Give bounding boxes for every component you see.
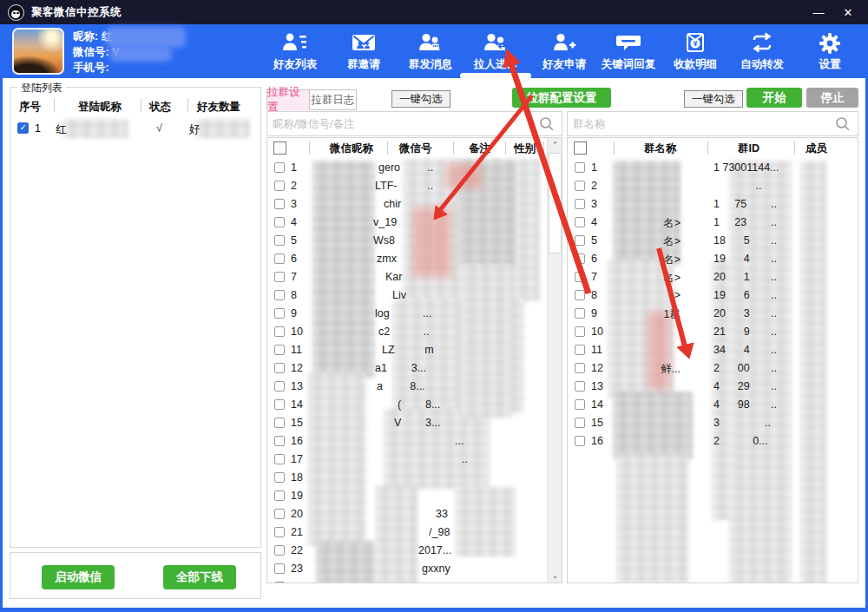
row-number: 13 (591, 380, 603, 392)
row-checkbox[interactable] (274, 436, 285, 446)
row-checkbox[interactable] (575, 253, 585, 264)
all-offline-button[interactable]: 全部下线 (163, 565, 236, 589)
stop-button[interactable]: 停止 (806, 88, 858, 108)
search-icon[interactable] (835, 116, 851, 132)
left-search-box (266, 111, 562, 136)
start-button[interactable]: 开始 (746, 88, 802, 108)
col-wechat-nickname: 微信昵称 (330, 141, 373, 156)
row-checkbox[interactable] (575, 326, 585, 337)
nav-friend-request[interactable]: 好友申请 (531, 29, 597, 76)
row-checkbox[interactable] (274, 199, 285, 209)
settings-gear-icon (797, 29, 863, 55)
row-checkbox[interactable] (274, 582, 285, 582)
row-checkbox[interactable] (274, 381, 285, 392)
row-checkbox[interactable] (575, 308, 585, 319)
row-checkbox[interactable] (575, 181, 585, 191)
right-search-box (567, 111, 858, 136)
row-number: 1 (591, 161, 597, 174)
row-checkbox[interactable] (274, 326, 285, 337)
row-checkbox[interactable] (274, 363, 285, 373)
select-all-right-button[interactable]: 一键勾选 (684, 90, 743, 108)
row-checkbox[interactable] (575, 162, 585, 173)
nav-pull-into-group[interactable]: 拉人进群 (463, 29, 529, 76)
row-checkbox[interactable] (274, 472, 285, 483)
row-checkbox[interactable] (575, 363, 585, 373)
select-all-groups-checkbox[interactable] (574, 141, 587, 155)
row-checkbox[interactable] (274, 345, 285, 355)
login-row-friend-count: 好 (189, 122, 201, 137)
row-number: 4 (591, 216, 597, 228)
login-list-legend: 登陆列表 (17, 81, 66, 95)
row-checkbox[interactable] (575, 381, 585, 392)
select-all-left-button[interactable]: 一键勾选 (391, 90, 450, 108)
row-checkbox[interactable] (274, 527, 285, 537)
row-checkbox[interactable] (274, 545, 285, 556)
row-wechat-id: log ... (372, 307, 431, 319)
col-header-no: 序号 (19, 100, 41, 115)
pull-into-group-icon (463, 29, 529, 55)
row-checkbox[interactable] (274, 308, 285, 319)
censor-blur-red (413, 207, 451, 277)
groups-table-header: 群名称 群ID 成员 (568, 138, 858, 159)
row-checkbox[interactable] (575, 436, 585, 446)
close-button[interactable]: ✕ (833, 0, 863, 24)
col-remark: 备注 (469, 141, 490, 156)
toolbar: 昵称: 红 微信号: V 手机号: 好友列表 (0, 24, 868, 78)
row-checkbox[interactable] (274, 235, 285, 246)
row-checkbox[interactable] (274, 181, 285, 191)
tab-pull-group-log[interactable]: 拉群日志 (310, 89, 357, 110)
row-group-id: 1 73001144... (713, 161, 779, 174)
scroll-up-icon[interactable]: ⌃ (548, 138, 562, 152)
row-number: 8 (291, 289, 297, 301)
pull-group-config-button[interactable]: 拉群配置设置 (512, 88, 611, 108)
row-checkbox[interactable] (575, 290, 585, 300)
group-invite-icon (331, 29, 397, 55)
friends-table-scrollbar[interactable]: ⌃ ⌄ (547, 138, 562, 582)
group-search-input[interactable] (573, 113, 817, 135)
nav-auto-forward[interactable]: 自动转发 (729, 29, 795, 76)
row-checkbox[interactable] (274, 290, 285, 300)
row-checkbox[interactable] (274, 399, 285, 410)
col-header-friend-count: 好友数量 (197, 100, 240, 115)
nav-keyword-reply[interactable]: 关键词回复 (595, 29, 661, 76)
row-group-id: 34 4 .. (713, 344, 777, 356)
row-checkbox[interactable] (274, 253, 285, 264)
nav-mass-message[interactable]: 群发消息 (398, 29, 464, 76)
app-window: 聚客微信中控系统 — ✕ 昵称: 红 微信号: V 手机号: 好友列表 (0, 0, 868, 612)
minimize-button[interactable]: — (804, 0, 833, 24)
login-actions-panel: 启动微信 全部下线 (10, 552, 261, 599)
user-avatar[interactable] (12, 28, 64, 75)
row-checkbox[interactable] (274, 490, 285, 501)
search-icon[interactable] (539, 116, 555, 132)
row-checkbox[interactable] (575, 399, 585, 410)
row-wechat-id: 2017... (372, 544, 451, 556)
tab-pull-group-settings[interactable]: 拉群设置 (266, 89, 310, 110)
row-checkbox[interactable] (274, 162, 285, 173)
col-header-nickname: 登陆昵称 (78, 100, 122, 115)
row-checkbox[interactable] (575, 345, 585, 355)
row-checkbox[interactable] (575, 418, 585, 428)
row-checkbox[interactable] (274, 272, 285, 282)
row-checkbox[interactable] (274, 454, 285, 464)
row-checkbox[interactable] (274, 418, 285, 428)
row-checkbox[interactable] (274, 217, 285, 227)
row-checkbox[interactable] (575, 199, 585, 209)
nav-group-invite[interactable]: 群邀请 (331, 29, 397, 76)
row-checkbox[interactable] (274, 563, 285, 574)
scrollbar-thumb[interactable] (549, 153, 562, 253)
row-wechat-id: Liv (372, 289, 406, 301)
friend-search-input[interactable] (273, 113, 520, 135)
nav-payment-detail[interactable]: ¥ 收款明细 (662, 29, 728, 76)
row-checkbox[interactable] (274, 509, 285, 519)
select-all-friends-checkbox[interactable] (273, 141, 286, 155)
start-wechat-button[interactable]: 启动微信 (42, 565, 115, 589)
scroll-down-icon[interactable]: ⌄ (548, 569, 562, 582)
row-checkbox[interactable] (575, 235, 585, 246)
nav-friend-list[interactable]: 好友列表 (262, 29, 328, 76)
col-members: 成员 (806, 141, 827, 156)
row-checkbox[interactable] (575, 217, 585, 227)
row-checkbox[interactable] (575, 272, 585, 282)
nav-settings[interactable]: 设置 (797, 29, 863, 76)
login-row-checkbox[interactable] (17, 122, 29, 134)
row-wechat-id: gero .. (372, 161, 433, 174)
